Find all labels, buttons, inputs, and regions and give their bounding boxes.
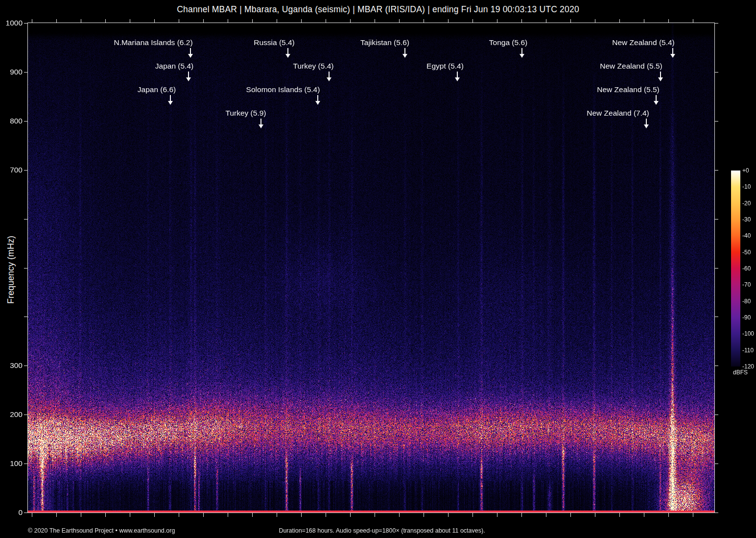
y-axis-tick-label: 100 [1,459,23,468]
x-axis-tick-bottom [570,513,571,517]
y-axis-tick-right [714,464,718,464]
x-axis-tick-bottom [424,513,424,517]
x-axis-tick-bottom [546,513,546,517]
y-axis-tick-right [714,23,718,24]
x-axis-tick-bottom [497,513,497,517]
y-axis-tick-right [714,170,718,171]
page-title: Channel MBAR | Mbarara, Uganda (seismic)… [0,4,756,15]
y-axis-tick-label: 800 [1,117,23,125]
colorbar-tick-label: -80 [742,298,751,305]
y-axis-tick-right [714,317,718,317]
y-axis-tick-right [714,513,718,513]
y-axis-tick-right [714,219,718,220]
colorbar [731,171,740,367]
x-axis-tick-bottom [130,513,130,517]
colorbar-tick-label: -110 [742,347,754,354]
colorbar-tick-label: -20 [742,200,751,207]
colorbar-tick-label: -60 [742,265,751,272]
x-axis-tick-bottom [693,513,693,517]
x-axis-tick-bottom [619,513,620,517]
y-axis-tick-right [714,121,718,122]
x-axis-tick-bottom [375,513,375,517]
x-axis-tick-bottom [472,513,473,517]
colorbar-tick-label: -10 [742,183,751,190]
spectrogram-canvas [28,23,714,513]
x-axis-tick-bottom [668,513,669,517]
colorbar-tick-label: -40 [742,232,751,239]
y-axis-tick-right [714,72,718,73]
x-axis-tick-bottom [179,513,179,517]
colorbar-tick-label: +0 [742,167,749,174]
y-axis-tick-right [714,415,718,415]
x-axis-tick-bottom [326,513,326,517]
x-axis-tick-bottom [448,513,449,517]
colorbar-tick-label: -100 [742,330,754,337]
y-axis-tick-label: 1000 [1,19,23,27]
x-axis-tick-bottom [399,513,400,517]
y-axis-tick-label: 0 [1,508,23,517]
x-axis-tick-bottom [252,513,253,517]
x-axis-tick-bottom [521,513,522,517]
spectrogram-page: Channel MBAR | Mbarara, Uganda (seismic)… [0,0,756,538]
colorbar-tick-label: -90 [742,314,751,321]
y-axis-tick-label: 700 [1,166,23,174]
y-axis-tick-label: 900 [1,68,23,76]
y-axis-tick-label: 200 [1,410,23,419]
x-axis-tick-bottom [203,513,204,517]
x-axis-tick-bottom [644,513,644,517]
x-axis-tick-bottom [228,513,228,517]
colorbar-tick-label: -70 [742,281,751,288]
x-axis-tick-bottom [56,513,57,517]
x-axis-tick-bottom [154,513,155,517]
x-axis-tick-bottom [32,513,32,517]
y-axis-tick-right [714,268,718,269]
x-axis-tick-bottom [301,513,302,517]
x-axis-tick-bottom [350,513,351,517]
footer-duration-info: Duration=168 hours. Audio speed-up=1800×… [279,527,485,534]
x-axis-tick-bottom [595,513,595,517]
x-axis-tick-bottom [277,513,277,517]
y-axis-tick-label: 300 [1,361,23,370]
footer-copyright: © 2020 The Earthsound Project • www.eart… [28,527,175,534]
x-axis-tick-bottom [81,513,81,517]
colorbar-tick-label: -50 [742,249,751,256]
colorbar-tick-label: -30 [742,216,751,223]
x-axis-tick-bottom [105,513,106,517]
y-axis-tick-right [714,366,718,366]
colorbar-unit-label: dBFS [727,369,754,376]
y-axis-title: Frequency (mHz) [6,221,16,319]
